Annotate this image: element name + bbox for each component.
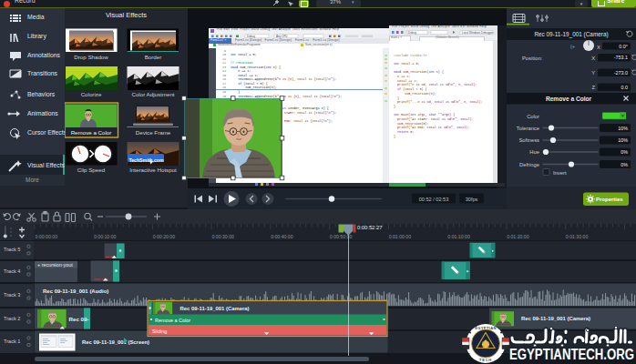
svg-text:Hue: Hue	[529, 149, 539, 155]
svg-text:EGYPTIAN: EGYPTIAN	[475, 326, 497, 330]
svg-text:Defringe: Defringe	[519, 162, 539, 167]
svg-text:Rec 09-11-19_001 (Camera): Rec 09-11-19_001 (Camera)	[180, 306, 250, 311]
svg-text:Debug: Debug	[408, 31, 416, 35]
svg-text:Y: Y	[591, 70, 595, 76]
svg-text:Z: Z	[591, 85, 595, 90]
svg-text:0.0: 0.0	[621, 85, 629, 90]
svg-text:0.0°: 0.0°	[619, 44, 628, 49]
svg-text:-753.1: -753.1	[614, 55, 628, 60]
svg-text:Rec 09-11-19_001 (Camera): Rec 09-11-19_001 (Camera)	[534, 31, 608, 38]
svg-text:TECH: TECH	[479, 358, 492, 362]
svg-text:Color: Color	[527, 114, 539, 119]
svg-text:Rec 09-11-19_001 (Audio): Rec 09-11-19_001 (Audio)	[43, 288, 108, 294]
svg-text:Rec 09-11-19_001 (Screen): Rec 09-11-19_001 (Screen)	[82, 339, 149, 345]
svg-text:EGYPTIANTECH.ORG: EGYPTIANTECH.ORG	[509, 347, 634, 362]
svg-text:Remove a Color: Remove a Color	[155, 318, 190, 323]
svg-text:X: X	[591, 56, 595, 61]
svg-text:(+: (+	[570, 44, 575, 49]
svg-text:+ recursion-yout: + recursion-yout	[37, 262, 73, 268]
svg-text:0%: 0%	[621, 149, 628, 155]
svg-text:Rec 09-: Rec 09-	[69, 316, 89, 322]
svg-text:Properties: Properties	[596, 197, 623, 202]
svg-text:30fps: 30fps	[466, 197, 478, 202]
svg-text:X: X	[597, 45, 600, 50]
svg-text:Tolerance: Tolerance	[517, 126, 539, 131]
svg-text:Local Windows Debugger: Local Windows Debugger	[462, 31, 493, 35]
svg-text:Softness: Softness	[518, 137, 539, 143]
svg-text:00:52 / 02:53: 00:52 / 02:53	[419, 197, 449, 202]
svg-text:10%: 10%	[618, 137, 628, 143]
svg-text:0%: 0%	[621, 162, 628, 167]
svg-text:10%: 10%	[618, 126, 628, 131]
svg-text:TechSmith.com: TechSmith.com	[128, 157, 164, 163]
svg-text:Position:: Position:	[522, 56, 543, 61]
svg-text:Remove a Color: Remove a Color	[546, 96, 592, 102]
svg-text:Invert: Invert	[553, 170, 567, 176]
svg-text:Sliding: Sliding	[152, 329, 167, 334]
svg-text:-273.0: -273.0	[614, 70, 628, 76]
